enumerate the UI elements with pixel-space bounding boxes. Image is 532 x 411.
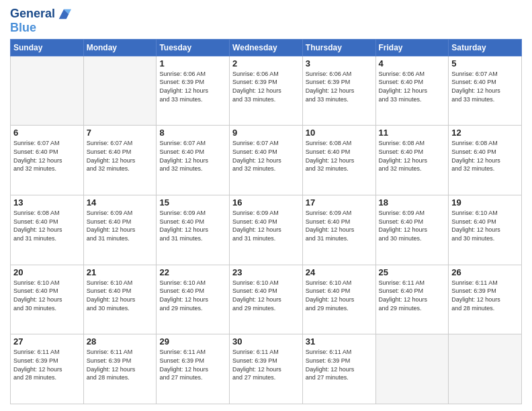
day-number: 2 xyxy=(232,58,300,68)
day-number: 13 xyxy=(13,197,81,208)
calendar-cell: 28Sunrise: 6:11 AM Sunset: 6:39 PM Dayli… xyxy=(83,334,157,404)
day-number: 3 xyxy=(306,58,373,68)
calendar-cell: 12Sunrise: 6:08 AM Sunset: 6:40 PM Dayli… xyxy=(449,126,522,195)
day-number: 19 xyxy=(451,197,519,208)
day-number: 1 xyxy=(159,58,226,68)
cell-info: Sunrise: 6:10 AM Sunset: 6:40 PM Dayligh… xyxy=(306,279,373,312)
day-number: 25 xyxy=(379,267,446,277)
day-number: 7 xyxy=(87,128,154,138)
calendar-week-row: 6Sunrise: 6:07 AM Sunset: 6:40 PM Daylig… xyxy=(11,126,522,195)
cell-info: Sunrise: 6:10 AM Sunset: 6:40 PM Dayligh… xyxy=(159,279,226,312)
day-number: 6 xyxy=(13,128,81,138)
cell-info: Sunrise: 6:10 AM Sunset: 6:40 PM Dayligh… xyxy=(232,279,300,312)
calendar-cell xyxy=(11,56,84,126)
cell-info: Sunrise: 6:11 AM Sunset: 6:39 PM Dayligh… xyxy=(159,348,226,381)
logo: General Blue xyxy=(10,7,71,35)
logo-text: General xyxy=(10,7,55,21)
cell-info: Sunrise: 6:07 AM Sunset: 6:40 PM Dayligh… xyxy=(159,139,226,173)
column-header-sunday: Sunday xyxy=(11,39,84,56)
column-header-thursday: Thursday xyxy=(302,39,375,56)
calendar-cell: 20Sunrise: 6:10 AM Sunset: 6:40 PM Dayli… xyxy=(11,265,84,334)
day-number: 29 xyxy=(159,336,226,347)
cell-info: Sunrise: 6:07 AM Sunset: 6:40 PM Dayligh… xyxy=(13,139,81,173)
header: General Blue xyxy=(10,7,522,35)
column-header-wednesday: Wednesday xyxy=(230,39,303,56)
cell-info: Sunrise: 6:08 AM Sunset: 6:40 PM Dayligh… xyxy=(13,209,81,242)
cell-info: Sunrise: 6:11 AM Sunset: 6:39 PM Dayligh… xyxy=(13,348,81,381)
calendar-cell xyxy=(83,56,157,126)
cell-info: Sunrise: 6:06 AM Sunset: 6:39 PM Dayligh… xyxy=(159,70,226,103)
cell-info: Sunrise: 6:07 AM Sunset: 6:40 PM Dayligh… xyxy=(451,70,519,103)
calendar-cell: 26Sunrise: 6:11 AM Sunset: 6:39 PM Dayli… xyxy=(449,265,522,334)
calendar-cell: 21Sunrise: 6:10 AM Sunset: 6:40 PM Dayli… xyxy=(83,265,157,334)
calendar-week-row: 27Sunrise: 6:11 AM Sunset: 6:39 PM Dayli… xyxy=(11,334,522,404)
day-number: 30 xyxy=(232,336,300,347)
cell-info: Sunrise: 6:06 AM Sunset: 6:40 PM Dayligh… xyxy=(379,70,446,103)
day-number: 26 xyxy=(451,267,519,277)
day-number: 31 xyxy=(306,336,373,347)
calendar-header-row: SundayMondayTuesdayWednesdayThursdayFrid… xyxy=(11,39,522,56)
calendar-cell: 6Sunrise: 6:07 AM Sunset: 6:40 PM Daylig… xyxy=(11,126,84,195)
calendar-cell: 16Sunrise: 6:09 AM Sunset: 6:40 PM Dayli… xyxy=(230,195,303,265)
calendar-cell: 17Sunrise: 6:09 AM Sunset: 6:40 PM Dayli… xyxy=(302,195,375,265)
calendar-cell: 13Sunrise: 6:08 AM Sunset: 6:40 PM Dayli… xyxy=(11,195,84,265)
calendar-table: SundayMondayTuesdayWednesdayThursdayFrid… xyxy=(10,39,522,404)
cell-info: Sunrise: 6:09 AM Sunset: 6:40 PM Dayligh… xyxy=(87,209,154,242)
cell-info: Sunrise: 6:08 AM Sunset: 6:40 PM Dayligh… xyxy=(451,139,519,173)
calendar-cell: 10Sunrise: 6:08 AM Sunset: 6:40 PM Dayli… xyxy=(302,126,375,195)
day-number: 8 xyxy=(159,128,226,138)
calendar-cell: 27Sunrise: 6:11 AM Sunset: 6:39 PM Dayli… xyxy=(11,334,84,404)
calendar-cell: 23Sunrise: 6:10 AM Sunset: 6:40 PM Dayli… xyxy=(230,265,303,334)
day-number: 9 xyxy=(232,128,300,138)
calendar-cell: 2Sunrise: 6:06 AM Sunset: 6:39 PM Daylig… xyxy=(230,56,303,126)
cell-info: Sunrise: 6:11 AM Sunset: 6:40 PM Dayligh… xyxy=(379,279,446,312)
cell-info: Sunrise: 6:09 AM Sunset: 6:40 PM Dayligh… xyxy=(232,209,300,242)
calendar-cell: 8Sunrise: 6:07 AM Sunset: 6:40 PM Daylig… xyxy=(157,126,230,195)
day-number: 4 xyxy=(379,58,446,68)
day-number: 20 xyxy=(13,267,81,277)
cell-info: Sunrise: 6:09 AM Sunset: 6:40 PM Dayligh… xyxy=(306,209,373,242)
page: General Blue SundayMondayTuesdayWednesda… xyxy=(0,0,532,411)
calendar-cell: 4Sunrise: 6:06 AM Sunset: 6:40 PM Daylig… xyxy=(375,56,449,126)
calendar-cell: 7Sunrise: 6:07 AM Sunset: 6:40 PM Daylig… xyxy=(83,126,157,195)
day-number: 24 xyxy=(306,267,373,277)
calendar-cell: 15Sunrise: 6:09 AM Sunset: 6:40 PM Dayli… xyxy=(157,195,230,265)
calendar-cell: 30Sunrise: 6:11 AM Sunset: 6:39 PM Dayli… xyxy=(230,334,303,404)
column-header-friday: Friday xyxy=(375,39,449,56)
calendar-week-row: 1Sunrise: 6:06 AM Sunset: 6:39 PM Daylig… xyxy=(11,56,522,126)
calendar-cell: 1Sunrise: 6:06 AM Sunset: 6:39 PM Daylig… xyxy=(157,56,230,126)
calendar-cell xyxy=(449,334,522,404)
column-header-tuesday: Tuesday xyxy=(157,39,230,56)
day-number: 16 xyxy=(232,197,300,208)
cell-info: Sunrise: 6:11 AM Sunset: 6:39 PM Dayligh… xyxy=(306,348,373,381)
calendar-cell: 22Sunrise: 6:10 AM Sunset: 6:40 PM Dayli… xyxy=(157,265,230,334)
day-number: 5 xyxy=(451,58,519,68)
cell-info: Sunrise: 6:08 AM Sunset: 6:40 PM Dayligh… xyxy=(306,139,373,173)
cell-info: Sunrise: 6:09 AM Sunset: 6:40 PM Dayligh… xyxy=(159,209,226,242)
day-number: 27 xyxy=(13,336,81,347)
cell-info: Sunrise: 6:06 AM Sunset: 6:39 PM Dayligh… xyxy=(306,70,373,103)
calendar-week-row: 20Sunrise: 6:10 AM Sunset: 6:40 PM Dayli… xyxy=(11,265,522,334)
cell-info: Sunrise: 6:11 AM Sunset: 6:39 PM Dayligh… xyxy=(87,348,154,381)
cell-info: Sunrise: 6:08 AM Sunset: 6:40 PM Dayligh… xyxy=(379,139,446,173)
calendar-cell: 5Sunrise: 6:07 AM Sunset: 6:40 PM Daylig… xyxy=(449,56,522,126)
day-number: 28 xyxy=(87,336,154,347)
calendar-cell: 9Sunrise: 6:07 AM Sunset: 6:40 PM Daylig… xyxy=(230,126,303,195)
day-number: 11 xyxy=(379,128,446,138)
calendar-cell: 11Sunrise: 6:08 AM Sunset: 6:40 PM Dayli… xyxy=(375,126,449,195)
calendar-cell xyxy=(375,334,449,404)
calendar-cell: 18Sunrise: 6:09 AM Sunset: 6:40 PM Dayli… xyxy=(375,195,449,265)
calendar-week-row: 13Sunrise: 6:08 AM Sunset: 6:40 PM Dayli… xyxy=(11,195,522,265)
cell-info: Sunrise: 6:07 AM Sunset: 6:40 PM Dayligh… xyxy=(87,139,154,173)
logo-blue: Blue xyxy=(10,21,71,35)
calendar-cell: 31Sunrise: 6:11 AM Sunset: 6:39 PM Dayli… xyxy=(302,334,375,404)
calendar-cell: 24Sunrise: 6:10 AM Sunset: 6:40 PM Dayli… xyxy=(302,265,375,334)
column-header-monday: Monday xyxy=(83,39,157,56)
day-number: 22 xyxy=(159,267,226,277)
day-number: 23 xyxy=(232,267,300,277)
calendar-cell: 14Sunrise: 6:09 AM Sunset: 6:40 PM Dayli… xyxy=(83,195,157,265)
cell-info: Sunrise: 6:10 AM Sunset: 6:40 PM Dayligh… xyxy=(13,279,81,312)
column-header-saturday: Saturday xyxy=(449,39,522,56)
day-number: 14 xyxy=(87,197,154,208)
cell-info: Sunrise: 6:11 AM Sunset: 6:39 PM Dayligh… xyxy=(451,279,519,312)
